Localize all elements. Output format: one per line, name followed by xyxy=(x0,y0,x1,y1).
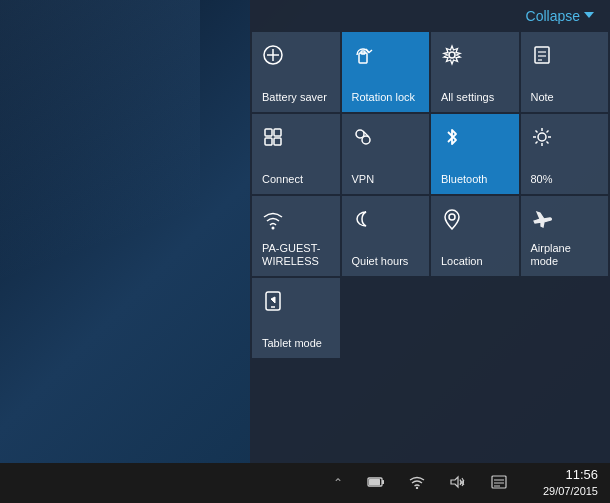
action-center: Collapse Battery saver xyxy=(250,0,610,463)
svg-point-5 xyxy=(449,52,455,58)
svg-line-22 xyxy=(535,131,537,133)
notification-taskbar-icon[interactable] xyxy=(487,475,511,492)
svg-point-33 xyxy=(416,486,418,488)
connect-icon xyxy=(262,126,284,151)
tile-brightness[interactable]: 80% xyxy=(521,114,609,194)
svg-rect-10 xyxy=(265,129,272,136)
collapse-button[interactable]: Collapse xyxy=(250,0,610,30)
tile-bluetooth[interactable]: Bluetooth xyxy=(431,114,519,194)
tile-vpn[interactable]: VPN xyxy=(342,114,430,194)
all-settings-icon xyxy=(441,44,463,69)
tile-bluetooth-label: Bluetooth xyxy=(441,173,487,186)
tile-brightness-label: 80% xyxy=(531,173,553,186)
tile-quiet-hours-label: Quiet hours xyxy=(352,255,409,268)
svg-line-24 xyxy=(546,131,548,133)
quick-actions-grid: Battery saver Rotation lock xyxy=(250,30,610,362)
svg-line-23 xyxy=(546,142,548,144)
svg-rect-32 xyxy=(369,479,380,485)
bluetooth-icon xyxy=(441,126,463,151)
tile-note-label: Note xyxy=(531,91,554,104)
tray-expand-icon[interactable]: ⌃ xyxy=(329,476,347,490)
tile-airplane-label: Airplane mode xyxy=(531,242,599,268)
tile-all-settings-label: All settings xyxy=(441,91,494,104)
tile-note[interactable]: Note xyxy=(521,32,609,112)
tile-tablet-mode[interactable]: Tablet mode xyxy=(252,278,340,358)
volume-taskbar-icon[interactable] xyxy=(445,475,471,492)
tile-wifi-label: PA-GUEST- WIRELESS xyxy=(262,242,320,268)
tile-battery-saver[interactable]: Battery saver xyxy=(252,32,340,112)
clock-date: 29/07/2015 xyxy=(543,484,598,498)
svg-rect-13 xyxy=(274,138,281,145)
tile-battery-saver-label: Battery saver xyxy=(262,91,327,104)
tile-wifi[interactable]: PA-GUEST- WIRELESS xyxy=(252,196,340,276)
svg-rect-11 xyxy=(274,129,281,136)
tile-rotation-lock[interactable]: Rotation lock xyxy=(342,32,430,112)
taskbar-system-tray: ⌃ xyxy=(309,475,531,492)
collapse-label: Collapse xyxy=(526,8,580,24)
clock-time: 11:56 xyxy=(565,467,598,484)
tile-location[interactable]: Location xyxy=(431,196,519,276)
tile-vpn-label: VPN xyxy=(352,173,375,186)
tile-rotation-lock-label: Rotation lock xyxy=(352,91,416,104)
quiet-hours-icon xyxy=(352,208,374,233)
svg-point-26 xyxy=(272,227,275,230)
location-icon xyxy=(441,208,463,233)
chevron-down-icon xyxy=(584,12,594,18)
tile-location-label: Location xyxy=(441,255,483,268)
taskbar-clock[interactable]: 11:56 29/07/2015 xyxy=(531,463,610,503)
note-icon xyxy=(531,44,553,69)
tile-airplane[interactable]: Airplane mode xyxy=(521,196,609,276)
brightness-icon xyxy=(531,126,553,151)
tile-connect[interactable]: Connect xyxy=(252,114,340,194)
svg-marker-34 xyxy=(451,477,458,487)
svg-line-25 xyxy=(535,142,537,144)
airplane-icon xyxy=(531,208,553,233)
battery-saver-icon xyxy=(262,44,284,69)
tile-quiet-hours[interactable]: Quiet hours xyxy=(342,196,430,276)
svg-point-17 xyxy=(538,133,546,141)
svg-point-27 xyxy=(449,214,455,220)
svg-rect-12 xyxy=(265,138,272,145)
tile-connect-label: Connect xyxy=(262,173,303,186)
wifi-taskbar-icon[interactable] xyxy=(405,475,429,492)
battery-taskbar-icon[interactable] xyxy=(363,475,389,491)
svg-rect-31 xyxy=(382,480,384,484)
rotation-lock-icon xyxy=(352,44,374,69)
wifi-icon xyxy=(262,208,284,233)
tablet-mode-icon xyxy=(262,290,284,315)
tile-all-settings[interactable]: All settings xyxy=(431,32,519,112)
tile-tablet-mode-label: Tablet mode xyxy=(262,337,322,350)
taskbar: ⌃ xyxy=(0,463,610,503)
vpn-icon xyxy=(352,126,374,151)
